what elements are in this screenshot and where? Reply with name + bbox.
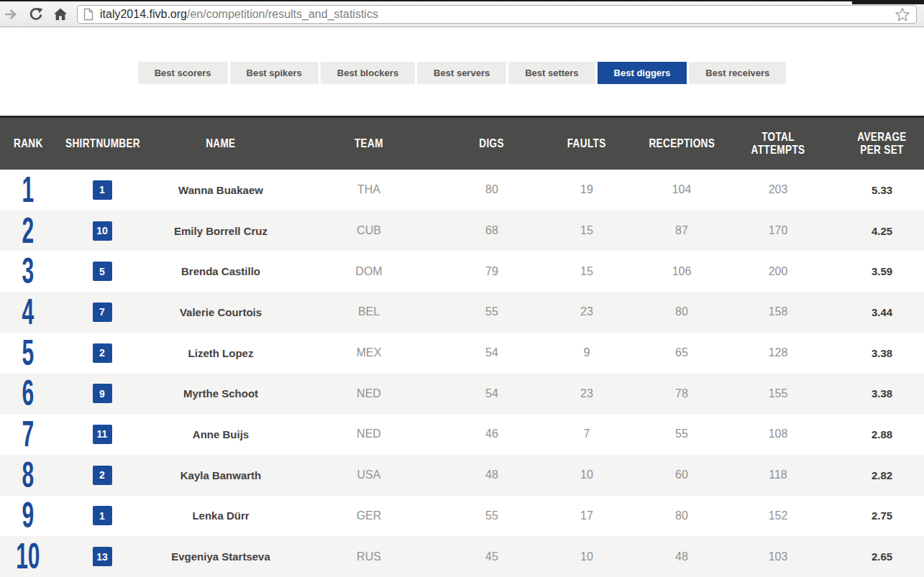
- team-code: GER: [293, 509, 444, 522]
- col-header-rank: RANK: [0, 137, 56, 150]
- home-button[interactable]: [50, 4, 70, 24]
- rank-cell: 7: [0, 418, 56, 451]
- player-name: Emily Borrell Cruz: [148, 225, 293, 237]
- forward-button[interactable]: [1, 4, 22, 24]
- table-row: 5 2 Lizeth Lopez MEX 54 9 65 128 3.38: [0, 333, 924, 374]
- total-attempts-value: 170: [729, 224, 827, 237]
- rank-number: 10: [16, 540, 40, 573]
- player-name: Myrthe Schoot: [148, 387, 293, 400]
- player-name: Wanna Buakaew: [148, 184, 293, 196]
- table-row: 8 2 Kayla Banwarth USA 48 10 60 118 2.82: [0, 455, 924, 496]
- faults-value: 10: [539, 468, 634, 481]
- col-header-digs: DIGS: [444, 137, 539, 150]
- table-row: 1 1 Wanna Buakaew THA 80 19 104 203 5.33: [0, 170, 924, 211]
- shirt-number-cell: 13: [56, 547, 148, 566]
- tab-best-diggers[interactable]: Best diggers: [598, 62, 687, 84]
- average-per-set-value: 2.88: [827, 428, 924, 440]
- shirt-number-cell: 7: [56, 303, 148, 322]
- shirt-number-cell: 10: [56, 221, 148, 241]
- player-name: Kayla Banwarth: [148, 469, 293, 481]
- rank-number: 2: [22, 215, 35, 247]
- rank-cell: 8: [0, 459, 56, 491]
- col-header-name: NAME: [148, 137, 293, 150]
- url-bar[interactable]: italy2014.fivb.org/en/competition/result…: [77, 5, 917, 24]
- rank-cell: 5: [0, 337, 56, 369]
- team-code: THA: [293, 183, 444, 196]
- team-code: CUB: [293, 224, 444, 237]
- player-name: Valerie Courtois: [148, 306, 293, 318]
- digs-value: 48: [444, 468, 539, 481]
- digs-value: 46: [444, 428, 539, 440]
- average-per-set-value: 2.75: [827, 509, 924, 522]
- receptions-value: 80: [634, 305, 729, 318]
- shirt-number-badge: 2: [93, 466, 112, 485]
- table-header-row: RANK SHIRTNUMBER NAME TEAM DIGS FAULTS R…: [0, 116, 924, 170]
- bookmark-button[interactable]: [895, 6, 910, 22]
- tab-best-blockers[interactable]: Best blockers: [321, 62, 415, 84]
- col-header-team: TEAM: [293, 137, 444, 150]
- faults-value: 17: [539, 509, 634, 522]
- rank-number: 9: [22, 499, 35, 532]
- team-code: USA: [293, 468, 444, 481]
- average-per-set-value: 3.38: [827, 347, 924, 359]
- rank-number: 7: [22, 418, 35, 451]
- table-row: 3 5 Brenda Castillo DOM 79 15 106 200 3.…: [0, 251, 924, 292]
- average-per-set-value: 2.65: [827, 550, 924, 563]
- digs-value: 79: [444, 265, 539, 278]
- digs-value: 55: [444, 509, 539, 522]
- receptions-value: 55: [634, 428, 729, 440]
- total-attempts-value: 200: [729, 265, 827, 278]
- receptions-value: 104: [634, 183, 729, 196]
- faults-value: 19: [539, 183, 634, 196]
- rank-number: 6: [22, 377, 35, 410]
- url-path: /en/competition/results_and_statistics: [187, 8, 378, 20]
- digs-value: 68: [444, 224, 539, 237]
- team-code: RUS: [293, 550, 444, 563]
- tab-best-servers[interactable]: Best servers: [417, 62, 506, 84]
- col-header-average-per-set: AVERAGE PER SET: [827, 131, 924, 157]
- receptions-value: 87: [634, 224, 729, 237]
- rank-number: 8: [22, 459, 35, 491]
- rank-cell: 6: [0, 377, 56, 410]
- team-code: DOM: [293, 265, 444, 278]
- player-name: Lenka Dürr: [148, 509, 293, 522]
- table-body: 1 1 Wanna Buakaew THA 80 19 104 203 5.33…: [0, 170, 924, 577]
- average-per-set-value: 3.38: [827, 387, 924, 400]
- col-header-receptions: RECEPTIONS: [634, 137, 729, 150]
- average-per-set-value: 3.59: [827, 265, 924, 277]
- reload-button[interactable]: [26, 4, 46, 24]
- average-per-set-value: 3.44: [827, 306, 924, 318]
- rank-number: 4: [22, 296, 35, 328]
- receptions-value: 60: [634, 468, 729, 481]
- col-header-shirtnumber: SHIRTNUMBER: [56, 137, 148, 150]
- home-icon: [53, 7, 68, 22]
- shirt-number-cell: 9: [56, 384, 148, 403]
- rank-cell: 1: [0, 174, 56, 206]
- col-header-total-attempts: TOTAL ATTEMPTS: [729, 131, 827, 157]
- tab-best-setters[interactable]: Best setters: [508, 62, 595, 84]
- faults-value: 15: [539, 265, 634, 278]
- table-row: 4 7 Valerie Courtois BEL 55 23 80 158 3.…: [0, 292, 924, 333]
- tab-best-spikers[interactable]: Best spikers: [230, 62, 319, 84]
- total-attempts-value: 103: [729, 550, 827, 563]
- digs-value: 55: [444, 305, 539, 318]
- team-code: NED: [293, 387, 444, 400]
- shirt-number-badge: 7: [93, 303, 112, 322]
- shirt-number-cell: 11: [56, 425, 148, 444]
- shirt-number-badge: 11: [93, 425, 112, 444]
- faults-value: 23: [539, 305, 634, 318]
- tab-best-scorers[interactable]: Best scorers: [138, 62, 228, 84]
- faults-value: 23: [539, 387, 634, 400]
- total-attempts-value: 203: [729, 183, 827, 196]
- total-attempts-value: 128: [729, 346, 827, 359]
- tab-best-receivers[interactable]: Best receivers: [689, 62, 786, 84]
- digs-value: 54: [444, 387, 539, 400]
- faults-value: 9: [539, 346, 634, 359]
- url-domain: italy2014.fivb.org: [100, 8, 187, 20]
- receptions-value: 78: [634, 387, 729, 400]
- rank-number: 3: [22, 255, 35, 287]
- receptions-value: 65: [634, 346, 729, 359]
- table-row: 9 1 Lenka Dürr GER 55 17 80 152 2.75: [0, 496, 924, 537]
- window-top-edge-segment: [852, 0, 924, 4]
- receptions-value: 48: [634, 550, 729, 563]
